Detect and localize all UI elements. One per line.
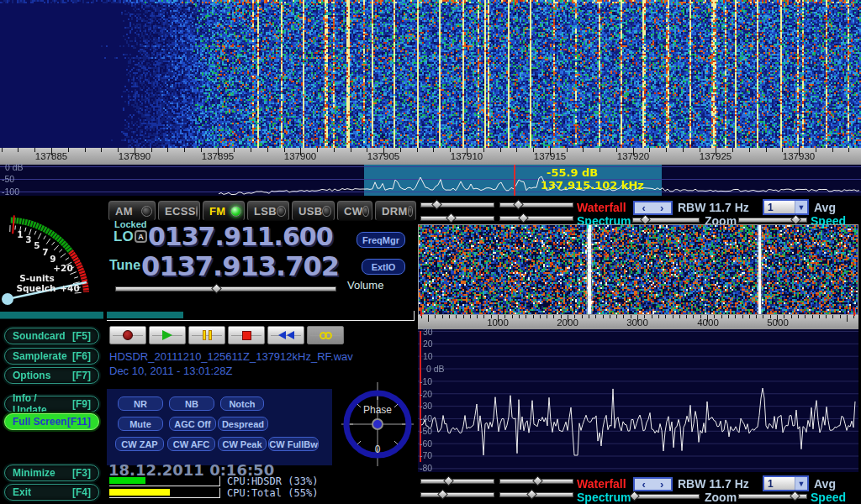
pause-icon [203,330,212,340]
cw-peak-button[interactable]: CW Peak [218,437,267,451]
agc-button[interactable]: AGC Off [169,417,216,431]
main-waterfall[interactable] [0,0,861,148]
record-icon [123,330,133,340]
cursor-frequency-readout: 137.915.102 kHz [541,179,644,192]
minimize-button[interactable]: Minimize[F3] [4,465,99,481]
zoom-slider-top[interactable] [632,218,700,223]
audio-db-label: -10 [420,376,432,386]
mode-drm-button[interactable]: DRM [375,201,416,221]
soundcard-button[interactable]: Soundcard[F5] [4,328,99,344]
record-button[interactable] [109,326,146,344]
rbw-decrease-arrow[interactable]: ‹ [635,202,653,213]
rf-scale-label: 137885 [35,151,67,161]
slider-thumb[interactable] [519,213,530,223]
waterfall-contrast-slider-top[interactable] [499,202,573,207]
rbw-spinner-bottom[interactable]: ‹› [633,477,673,491]
lo-auto-badge[interactable]: A [135,230,147,243]
audio-spectrum-plot[interactable] [418,329,858,472]
waterfall-contrast-slider-bottom[interactable] [499,479,573,484]
squelch-level-bar[interactable] [0,312,103,319]
audio-spectrum-trace [418,329,858,472]
zoom-label-bottom: Zoom [705,491,737,504]
mode-led [322,206,331,217]
rewind-button[interactable] [267,326,304,344]
rbw-increase-arrow[interactable]: › [653,202,672,213]
extio-button[interactable]: ExtIO [362,259,405,275]
fullscreen-button[interactable]: Full Screen[F11] [4,413,99,430]
despread-button[interactable]: Despread [218,417,268,431]
volume-slider-thumb[interactable] [211,283,222,294]
notch-button[interactable]: Notch [220,396,264,411]
exit-button[interactable]: Exit[F4] [4,484,99,501]
stop-button[interactable] [228,326,265,344]
mode-ecss-button[interactable]: ECSS [158,201,200,221]
lo-frequency-display[interactable]: 0137.911.600 [148,222,333,251]
slider-thumb[interactable] [640,214,651,225]
loop-button[interactable] [307,326,344,344]
mode-led-active [230,206,241,217]
audio-waterfall-frame [418,224,858,315]
phase-center-dot [372,419,383,429]
slider-thumb[interactable] [526,489,537,500]
audio-db-label: -50 [420,426,432,436]
volume-slider[interactable] [115,286,336,291]
mode-cw-button[interactable]: CW [337,201,372,221]
slider-thumb[interactable] [431,199,442,210]
mode-usb-button[interactable]: USB [292,201,335,221]
mute-button[interactable]: Mute [118,417,163,431]
audio-waterfall[interactable] [419,225,858,314]
waterfall-brightness-slider-top[interactable] [420,202,494,207]
slider-thumb[interactable] [443,475,454,486]
options-button[interactable]: Options[F7] [4,367,99,384]
avg-dropdown-top[interactable]: 1▼ [763,199,809,215]
play-icon [162,330,172,340]
rbw-spinner-top[interactable]: ‹› [633,201,673,215]
cw-afc-button[interactable]: CW AFC [167,437,215,451]
zoom-slider-bottom[interactable] [632,494,700,499]
slider-thumb[interactable] [532,475,543,486]
slider-thumb[interactable] [437,489,448,500]
cw-fullbw-button[interactable]: CW FullBw [268,437,319,451]
waterfall-brightness-slider-bottom[interactable] [420,479,494,484]
mode-am-button[interactable]: AM [108,201,156,221]
stop-icon [242,331,251,340]
freqmgr-button[interactable]: FreqMgr [357,232,405,248]
avg-dropdown-bottom[interactable]: 1▼ [763,475,809,491]
slider-thumb[interactable] [790,491,800,501]
mode-button-row: AM ECSS FM LSB USB CW DRM [108,201,416,221]
nb-button[interactable]: NB [169,396,214,411]
tune-frequency-display[interactable]: 0137.913.702 [141,250,339,282]
play-button[interactable] [149,326,186,344]
spectrum-brightness-slider-bottom[interactable] [420,492,494,497]
slider-thumb[interactable] [446,213,457,223]
rf-scale-label: 137900 [284,151,316,161]
mode-fm-button[interactable]: FM [203,201,245,221]
info-update-button[interactable]: Info / Update[F9] [4,396,99,412]
dropdown-arrow-icon[interactable]: ▼ [795,201,807,213]
dropdown-arrow-icon[interactable]: ▼ [795,477,807,490]
spectrum-contrast-slider-bottom[interactable] [499,492,573,497]
mode-led [141,206,152,217]
smeter-tick-label: 7 [42,247,48,257]
audio-scale-label: 4000 [697,318,719,328]
nr-button[interactable]: NR [118,396,163,411]
rbw-increase-arrow[interactable]: › [653,479,672,490]
rbw-decrease-arrow[interactable]: ‹ [635,479,653,490]
slider-thumb[interactable] [790,214,801,225]
samplerate-button[interactable]: Samplerate[F6] [4,348,99,365]
lo-label: LO [114,228,134,245]
slider-thumb[interactable] [513,199,524,210]
main-spectrum[interactable]: 0 dB -50 -100 -55.9 dB 137.915.102 kHz [0,165,861,196]
rf-frequency-scale[interactable]: 137885 137890 137895 137900 137905 13791… [0,148,861,165]
spectrum-contrast-slider-top[interactable] [499,216,573,221]
spectrum-brightness-slider-top[interactable] [420,216,494,221]
speed-label-bottom: Speed [811,491,846,504]
waterfall-label-top: Waterfall [577,201,626,214]
main-spectrum-trace [0,165,861,196]
pause-button[interactable] [188,326,225,344]
speed-slider-top[interactable] [738,218,807,223]
speed-slider-bottom[interactable] [738,494,807,499]
tune-cursor[interactable] [514,165,515,196]
mode-lsb-button[interactable]: LSB [247,201,289,221]
cw-zap-button[interactable]: CW ZAP [115,437,164,451]
